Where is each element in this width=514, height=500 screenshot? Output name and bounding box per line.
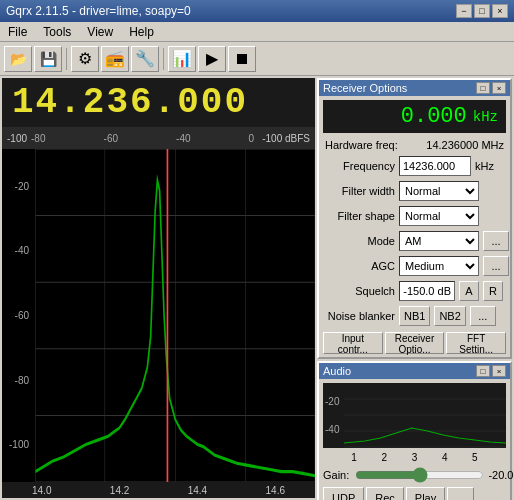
audio-display: -20 -40 xyxy=(323,383,506,448)
freq-tick-1: 14.2 xyxy=(110,485,129,496)
hw-freq-row: Hardware freq: 14.236000 MHz xyxy=(319,137,510,153)
main-content: 14.236.000 -100 -80 -60 -40 0 -100 dBFS … xyxy=(0,76,514,500)
freq-axis: 14.0 14.2 14.4 14.6 xyxy=(2,482,315,498)
toolbar-play[interactable]: ▶ xyxy=(198,46,226,72)
filter-shape-select[interactable]: Normal Soft Sharp xyxy=(399,206,479,226)
tab-bar: Input contr... Receiver Optio... FFT Set… xyxy=(319,329,510,357)
audio-tick-3: 3 xyxy=(412,452,418,463)
rx-freq-value: 0.000 xyxy=(401,104,467,129)
mode-row: Mode AM FM SSB CW WFM ... xyxy=(323,230,509,252)
menu-tools[interactable]: Tools xyxy=(39,24,75,40)
mode-select[interactable]: AM FM SSB CW WFM xyxy=(399,231,479,251)
maximize-button[interactable]: □ xyxy=(474,4,490,18)
filter-shape-row: Filter shape Normal Soft Sharp xyxy=(323,205,509,227)
fft-scale-left: -100 xyxy=(7,133,27,144)
audio-close-btn[interactable]: × xyxy=(492,365,506,377)
fft-scale-bar: -100 -80 -60 -40 0 -100 dBFS xyxy=(2,127,315,149)
agc-select[interactable]: Medium Off Slow Fast xyxy=(399,256,479,276)
agc-label: AGC xyxy=(323,260,395,272)
noise-blanker-row: Noise blanker NB1 NB2 ... xyxy=(323,305,509,327)
noise-blanker-ellipsis-btn[interactable]: ... xyxy=(470,306,496,326)
fft-dBFS-label: -100 dBFS xyxy=(262,133,310,144)
fft-scale-mid3: -40 xyxy=(176,133,190,144)
audio-tick-4: 4 xyxy=(442,452,448,463)
frequency-input[interactable] xyxy=(399,156,471,176)
fft-scale-mid2: -60 xyxy=(104,133,118,144)
filter-width-select[interactable]: Normal Narrow Wide Custom xyxy=(399,181,479,201)
gain-label: Gain: xyxy=(323,469,351,481)
rx-freq-display: 0.000 kHz xyxy=(323,100,506,133)
agc-ellipsis-btn[interactable]: ... xyxy=(483,256,509,276)
audio-panel: Audio □ × -20 -40 xyxy=(317,361,512,500)
play-btn[interactable]: Play xyxy=(406,487,445,500)
right-panel: Receiver Options □ × 0.000 kHz Hardware … xyxy=(317,78,512,498)
app-title: Gqrx 2.11.5 - driver=lime, soapy=0 xyxy=(6,4,191,18)
audio-btn-row: UDP Rec Play ... xyxy=(319,485,510,500)
audio-panel-header: Audio □ × xyxy=(319,363,510,379)
spectrum-display[interactable]: -20 -40 -60 -80 -100 xyxy=(2,149,315,482)
panel-restore-btn[interactable]: □ xyxy=(476,82,490,94)
agc-row: AGC Medium Off Slow Fast ... xyxy=(323,255,509,277)
audio-tick-1: 1 xyxy=(351,452,357,463)
tab-receiver-opts[interactable]: Receiver Optio... xyxy=(385,332,445,354)
rec-btn[interactable]: Rec xyxy=(366,487,404,500)
spectrum-panel: 14.236.000 -100 -80 -60 -40 0 -100 dBFS … xyxy=(2,78,315,498)
gain-slider[interactable] xyxy=(355,467,484,483)
noise-blanker-nb2-btn[interactable]: NB2 xyxy=(434,306,465,326)
minimize-button[interactable]: − xyxy=(456,4,472,18)
menu-help[interactable]: Help xyxy=(125,24,158,40)
options-grid: Frequency kHz Filter width Normal Narrow… xyxy=(319,153,510,329)
toolbar-save[interactable]: 💾 xyxy=(34,46,62,72)
fft-scale-mid4: 0 xyxy=(249,133,255,144)
menu-view[interactable]: View xyxy=(83,24,117,40)
tab-input-ctrl[interactable]: Input contr... xyxy=(323,332,383,354)
gain-row: Gain: -20.0 dB xyxy=(319,465,510,485)
menu-file[interactable]: File xyxy=(4,24,31,40)
audio-tick-5: 5 xyxy=(472,452,478,463)
toolbar-stop[interactable]: ⏹ xyxy=(228,46,256,72)
audio-panel-title: Audio xyxy=(323,365,351,377)
hw-freq-label: Hardware freq: xyxy=(325,139,398,151)
toolbar-sep1 xyxy=(66,48,67,70)
squelch-a-btn[interactable]: A xyxy=(459,281,479,301)
panel-header-controls: □ × xyxy=(476,82,506,94)
fft-scale-mid1: -80 xyxy=(31,133,45,144)
noise-blanker-nb1-btn[interactable]: NB1 xyxy=(399,306,430,326)
hw-freq-value: 14.236000 MHz xyxy=(426,139,504,151)
noise-blanker-label: Noise blanker xyxy=(323,310,395,322)
audio-restore-btn[interactable]: □ xyxy=(476,365,490,377)
mode-label: Mode xyxy=(323,235,395,247)
toolbar-radio[interactable]: 📻 xyxy=(101,46,129,72)
tab-fft-settings[interactable]: FFT Settin... xyxy=(446,332,506,354)
window-controls: − □ × xyxy=(456,4,508,18)
toolbar-sep2 xyxy=(163,48,164,70)
freq-tick-3: 14.6 xyxy=(266,485,285,496)
audio-panel-controls: □ × xyxy=(476,365,506,377)
filter-width-row: Filter width Normal Narrow Wide Custom xyxy=(323,180,509,202)
filter-shape-label: Filter shape xyxy=(323,210,395,222)
title-bar: Gqrx 2.11.5 - driver=lime, soapy=0 − □ × xyxy=(0,0,514,22)
squelch-r-btn[interactable]: R xyxy=(483,281,503,301)
receiver-options-header: Receiver Options □ × xyxy=(319,80,510,96)
audio-ellipsis-btn[interactable]: ... xyxy=(447,487,474,500)
mode-ellipsis-btn[interactable]: ... xyxy=(483,231,509,251)
close-button[interactable]: × xyxy=(492,4,508,18)
toolbar-settings[interactable]: ⚙ xyxy=(71,46,99,72)
frequency-row: Frequency kHz xyxy=(323,155,509,177)
toolbar-chart[interactable]: 📊 xyxy=(168,46,196,72)
audio-freq-axis: 1 2 3 4 5 xyxy=(319,452,510,465)
rx-freq-unit: kHz xyxy=(473,109,498,125)
toolbar-tools[interactable]: 🔧 xyxy=(131,46,159,72)
frequency-unit: kHz xyxy=(475,160,494,172)
squelch-input[interactable] xyxy=(399,281,455,301)
frequency-label: Frequency xyxy=(323,160,395,172)
spectrum-svg xyxy=(2,149,315,482)
filter-width-label: Filter width xyxy=(323,185,395,197)
squelch-label: Squelch xyxy=(323,285,395,297)
panel-close-btn[interactable]: × xyxy=(492,82,506,94)
toolbar: 📂 💾 ⚙ 📻 🔧 📊 ▶ ⏹ xyxy=(0,42,514,76)
freq-tick-0: 14.0 xyxy=(32,485,51,496)
udp-btn[interactable]: UDP xyxy=(323,487,364,500)
gain-value: -20.0 dB xyxy=(488,469,514,481)
toolbar-open[interactable]: 📂 xyxy=(4,46,32,72)
